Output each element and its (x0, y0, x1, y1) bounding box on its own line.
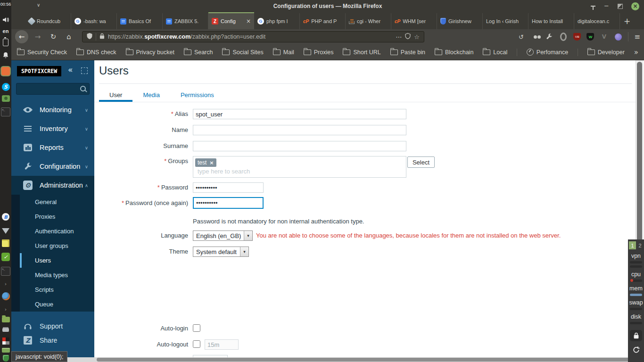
groups-select-button[interactable]: Select (407, 156, 435, 168)
bookmark-folder[interactable]: Privacy bucket (126, 49, 174, 56)
mask-extension-icon[interactable] (531, 33, 539, 41)
tab-permissions[interactable]: Permissions (170, 88, 224, 102)
remove-chip-icon[interactable]: × (209, 160, 214, 166)
search-icon[interactable] (80, 86, 86, 91)
sidebar-item-scripts[interactable]: Scripts (11, 282, 94, 297)
password-again-input[interactable] (193, 197, 264, 209)
bookmark-folder[interactable]: Security Check (17, 49, 67, 56)
reload-button[interactable]: ↻ (47, 31, 59, 43)
auto-logout-interval-input[interactable] (205, 339, 239, 350)
history-extension-icon[interactable]: ↺ (517, 33, 525, 41)
horizontal-scrollbar[interactable] (11, 357, 644, 362)
wifi-icon[interactable] (0, 228, 11, 234)
browser-tab-active[interactable]: ZConfig× (208, 12, 254, 29)
auto-logout-checkbox[interactable] (193, 340, 200, 348)
green-app-icon[interactable] (0, 348, 11, 353)
minimize-button[interactable]: − (604, 4, 609, 8)
surname-input[interactable] (193, 141, 406, 151)
game-grid-icon[interactable] (0, 337, 11, 345)
lock-icon[interactable] (99, 33, 105, 41)
browser-tab[interactable]: Gphp fpm l (254, 13, 300, 29)
printer-icon[interactable] (0, 328, 11, 332)
notifications-bell-icon[interactable] (0, 52, 11, 59)
w-shield-extension-icon[interactable]: W (586, 33, 594, 41)
volume-icon[interactable] (0, 16, 11, 24)
theme-select[interactable]: System default▾ (193, 247, 249, 257)
browser-tab[interactable]: cgi - Wher (346, 13, 391, 29)
tab-user[interactable]: User (99, 88, 132, 102)
close-window-button[interactable]: × (631, 2, 639, 10)
v-extension-icon[interactable]: V (600, 33, 608, 41)
auto-login-checkbox[interactable] (193, 324, 200, 332)
workspace-2-button[interactable]: 2 (637, 241, 643, 249)
browser-tab[interactable]: digitalocean.c (574, 13, 620, 29)
bookmark-folder[interactable]: Search (184, 49, 213, 56)
page-actions-icon[interactable]: ⋯ (396, 33, 402, 41)
updates-ok-icon[interactable]: ✓ (0, 253, 11, 261)
sidebar-item-authentication[interactable]: Authentication (11, 224, 94, 239)
terminal-icon[interactable]: >_ (0, 107, 11, 116)
language-select[interactable]: English (en_GB)▾ (193, 230, 253, 241)
bookmark-folder[interactable]: Proxies (304, 49, 334, 56)
browser-tab[interactable]: Basics Of (117, 13, 163, 29)
brand-logo[interactable]: SPOTFIXCREW (17, 66, 61, 76)
browser-tab[interactable]: cPPHP and P (300, 13, 346, 29)
purple-extension-icon[interactable] (614, 33, 622, 41)
close-tab-icon[interactable]: × (246, 18, 251, 25)
sidebar-expand-icon[interactable] (81, 67, 88, 74)
tab-media[interactable]: Media (132, 88, 170, 102)
sidebar-item-monitoring[interactable]: Monitoring ∨ (11, 100, 94, 119)
bluetooth-icon[interactable]: B (0, 213, 11, 221)
sidebar-item-users[interactable]: Users (11, 253, 94, 268)
file-manager-icon[interactable] (0, 317, 11, 322)
bookmarks-overflow-button[interactable]: » (634, 48, 638, 57)
sidebar-item-proxies[interactable]: Proxies (11, 209, 94, 224)
tracking-shield-icon[interactable] (87, 33, 92, 41)
battery-icon[interactable] (0, 39, 11, 46)
bookmark-folder[interactable]: Developer (587, 49, 625, 56)
name-input[interactable] (193, 125, 406, 135)
ublock-extension-icon[interactable]: UB (573, 33, 581, 41)
screenshot-app-icon[interactable] (0, 95, 11, 102)
sidebar-item-general[interactable]: General (11, 195, 94, 209)
bookmark-folder[interactable]: Paste bin (390, 49, 425, 56)
chevron-right-icon[interactable]: › (0, 306, 11, 313)
browser-tab[interactable]: Girishnew (437, 13, 483, 29)
browser-tab[interactable]: How to Install (528, 13, 574, 29)
sidebar-item-support[interactable]: Support (11, 319, 94, 333)
url-bar[interactable]: https://zabbix.spotfixcrew.com/zabbix.ph… (82, 31, 424, 42)
pin-icon[interactable] (591, 6, 595, 7)
forward-button[interactable]: → (32, 31, 44, 43)
terminal-icon[interactable]: >_ (0, 267, 11, 276)
browser-tab[interactable]: Roundcub (25, 13, 71, 29)
browser-tab[interactable]: cPWHM [ser (391, 13, 437, 29)
sidebar-item-queue[interactable]: Queue (11, 297, 94, 312)
bookmark-folder[interactable]: DNS check (76, 49, 116, 56)
sidebar-item-reports[interactable]: Reports ∨ (11, 138, 94, 157)
skype-icon[interactable]: S (0, 83, 11, 91)
wrench-extension-icon[interactable] (545, 33, 553, 41)
firefox-icon[interactable] (0, 292, 11, 300)
restart-power-button[interactable] (632, 346, 640, 354)
new-tab-button[interactable]: + (620, 13, 634, 29)
chevron-right-icon[interactable]: › (0, 281, 11, 287)
sidebar-item-user-groups[interactable]: User groups (11, 239, 94, 253)
password-input[interactable] (193, 182, 264, 193)
home-button[interactable]: ⌂ (63, 31, 75, 43)
browser-tab[interactable]: Log In ‹ Girish (483, 13, 528, 29)
back-button[interactable]: ← (15, 30, 28, 43)
antivirus-shield-icon[interactable] (0, 355, 11, 362)
bookmark-folder[interactable]: Local (483, 49, 507, 56)
bookmark-star-icon[interactable]: ☆ (414, 33, 420, 41)
browser-tab[interactable]: ZABBIX 5. (163, 13, 208, 29)
bookmark-folder[interactable]: Blockchain (435, 49, 473, 56)
sidebar-search-input[interactable] (16, 83, 90, 95)
keyboard-layout-indicator[interactable]: en (0, 28, 11, 34)
sidebar-item-share[interactable]: Z Share (11, 333, 94, 347)
sidebar-item-configuration[interactable]: Configuration ∨ (11, 157, 94, 176)
save-to-pocket-icon[interactable] (405, 33, 411, 41)
sidebar-item-inventory[interactable]: Inventory ∨ (11, 119, 94, 138)
oval-extension-icon[interactable] (559, 33, 568, 41)
sidebar-item-administration[interactable]: ⚙ Administration ∧ (11, 176, 94, 195)
sidebar-item-media-types[interactable]: Media types (11, 268, 94, 282)
